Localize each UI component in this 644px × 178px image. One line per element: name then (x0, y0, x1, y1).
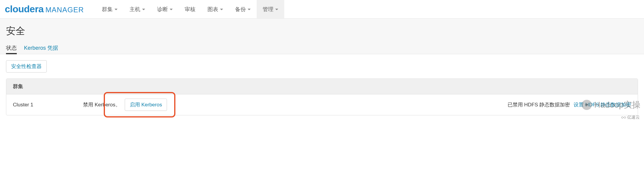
footer-watermark: 亿速云 (621, 115, 640, 120)
nav-items: 群集主机诊断审核图表备份管理 (96, 0, 284, 18)
nav-item-2[interactable]: 诊断 (151, 0, 179, 18)
nav-item-label: 群集 (102, 6, 113, 13)
nav-item-label: 审核 (185, 6, 195, 13)
hdfs-encryption-status: 已禁用 HDFS 静态数据加密 (508, 101, 570, 108)
nav-item-4[interactable]: 图表 (201, 0, 229, 18)
setup-hdfs-encryption-link[interactable]: 设置 HDFS 静态数据加密 (574, 101, 631, 108)
chevron-down-icon (142, 9, 145, 10)
footer-watermark-text: 亿速云 (627, 115, 640, 120)
enable-kerberos-button[interactable]: 启用 Kerberos (125, 99, 167, 111)
chevron-down-icon (248, 9, 251, 10)
content: 安全性检查器 群集 Cluster 1 禁用 Kerberos。 启用 Kerb… (0, 54, 644, 121)
nav-item-label: 图表 (207, 6, 218, 13)
chevron-down-icon (220, 9, 223, 10)
chevron-down-icon (115, 9, 118, 10)
panel-header: 群集 (6, 79, 638, 94)
kerberos-status: 禁用 Kerberos。 (83, 101, 121, 108)
infinity-icon (621, 116, 626, 119)
nav-item-3[interactable]: 审核 (179, 0, 201, 18)
tabs: 状态Kerberos 凭据 (6, 44, 638, 54)
nav-item-label: 管理 (263, 6, 273, 13)
page-title: 安全 (6, 25, 638, 38)
logo-product: MANAGER (45, 6, 84, 14)
cluster-row: Cluster 1 禁用 Kerberos。 启用 Kerberos 已禁用 H… (6, 94, 638, 115)
logo-brand: cloudera (5, 4, 43, 15)
logo[interactable]: cloudera MANAGER (5, 4, 84, 15)
nav-item-label: 诊断 (157, 6, 168, 13)
chevron-down-icon (170, 9, 173, 10)
nav-item-0[interactable]: 群集 (96, 0, 124, 18)
top-nav: cloudera MANAGER 群集主机诊断审核图表备份管理 (0, 0, 644, 19)
tab-1[interactable]: Kerberos 凭据 (24, 44, 58, 54)
nav-item-label: 主机 (130, 6, 140, 13)
nav-item-6[interactable]: 管理 (257, 0, 284, 18)
chevron-down-icon (275, 9, 278, 10)
tab-0[interactable]: 状态 (6, 44, 17, 54)
cluster-panel: 群集 Cluster 1 禁用 Kerberos。 启用 Kerberos 已禁… (6, 79, 638, 115)
page-header: 安全 状态Kerberos 凭据 (0, 19, 644, 54)
nav-item-5[interactable]: 备份 (229, 0, 257, 18)
security-checker-button[interactable]: 安全性检查器 (6, 60, 47, 73)
cluster-name: Cluster 1 (13, 102, 79, 108)
nav-item-1[interactable]: 主机 (124, 0, 151, 18)
nav-item-label: 备份 (235, 6, 246, 13)
